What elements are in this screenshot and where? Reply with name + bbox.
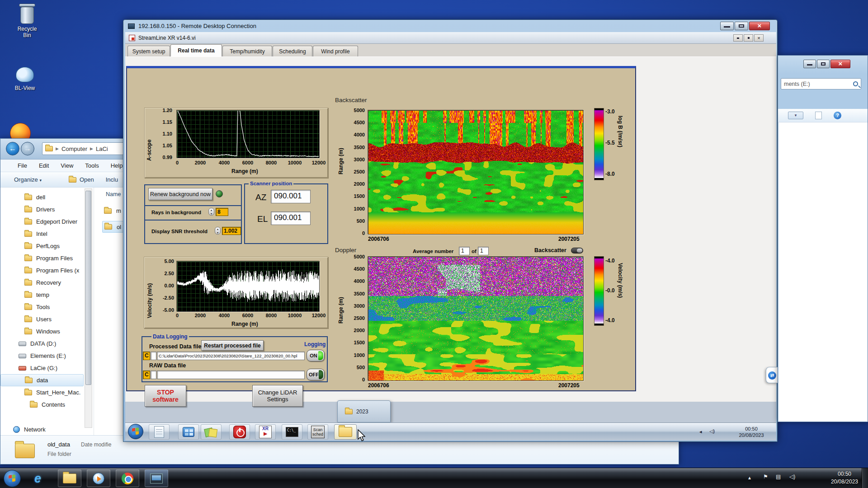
- change-lidar-settings-button[interactable]: Change LiDARSettings: [252, 385, 303, 407]
- taskbar-explorer-button[interactable]: [334, 424, 357, 440]
- breadcrumb-lacie[interactable]: LaCi: [96, 145, 108, 152]
- taskbar-explorer-button[interactable]: [58, 469, 81, 487]
- help-icon[interactable]: ?: [834, 112, 841, 119]
- rays-value-field[interactable]: 8: [216, 208, 228, 216]
- file-item[interactable]: m: [104, 207, 121, 214]
- taskbar-control-button[interactable]: [178, 424, 199, 440]
- backscatter-doppler-toggle[interactable]: [571, 248, 583, 253]
- sidebar-item-drivers[interactable]: Drivers: [0, 203, 84, 216]
- list-view-button[interactable]: ▾: [788, 112, 803, 119]
- action-center-flag-icon[interactable]: ⚑: [763, 474, 768, 480]
- include-in-library-button[interactable]: Inclu: [106, 176, 118, 183]
- tab-system-setup[interactable]: System setup: [127, 46, 170, 56]
- sidebar-item-contents[interactable]: Contents: [0, 399, 84, 411]
- sidebar-item-start-here-mac[interactable]: Start_Here_Mac.: [0, 386, 84, 399]
- menu-file[interactable]: File: [18, 162, 27, 169]
- menu-tools[interactable]: Tools: [85, 162, 99, 169]
- host-search-box[interactable]: ments (E:): [781, 78, 861, 89]
- folder-2023-window[interactable]: 2023: [337, 400, 391, 422]
- tray-expand-icon[interactable]: ◂: [699, 429, 702, 435]
- labview-restore-button[interactable]: [744, 34, 753, 42]
- close-button[interactable]: [749, 22, 770, 30]
- clock[interactable]: 00:5020/08/2023: [831, 470, 858, 486]
- sidebar-item-users[interactable]: Users: [0, 313, 84, 325]
- recycle-bin-icon[interactable]: Recycle Bin: [14, 4, 41, 38]
- of-count-field[interactable]: 1: [478, 247, 489, 255]
- el-value-field[interactable]: 090.001: [271, 211, 311, 225]
- tab-temp-humidity[interactable]: Temp/humidity: [222, 46, 272, 56]
- preview-pane-icon[interactable]: [815, 112, 822, 119]
- minimize-button[interactable]: [720, 22, 734, 30]
- processed-drive-selector[interactable]: C: [143, 352, 150, 360]
- raw-path-field[interactable]: [157, 371, 305, 379]
- sidebar-item-recovery[interactable]: Recovery: [0, 277, 84, 289]
- rays-stepper[interactable]: ▴▾: [208, 208, 214, 216]
- rdp-title-bar[interactable]: 192.168.0.150 - Remote Desktop Connectio…: [123, 20, 777, 32]
- menu-help[interactable]: Help: [111, 162, 123, 169]
- sidebar-item-dell[interactable]: dell: [0, 191, 84, 203]
- renew-background-button[interactable]: Renew background now: [148, 188, 212, 200]
- sidebar-item-windows[interactable]: Windows: [0, 325, 84, 338]
- sidebar-item-perflogs[interactable]: PerfLogs: [0, 240, 84, 252]
- processed-logging-switch[interactable]: ON: [307, 350, 325, 361]
- organize-button[interactable]: Organize ▾: [14, 176, 42, 183]
- host-maximize-button[interactable]: [817, 60, 830, 68]
- labview-minimize-button[interactable]: [733, 34, 743, 42]
- raw-logging-switch[interactable]: OFF: [307, 369, 325, 380]
- processed-path-field[interactable]: C:\Lidar\Data\Proc\2023\202308\20230820\…: [157, 352, 305, 360]
- sidebar-item-data-d[interactable]: DATA (D:): [0, 338, 84, 350]
- volume-icon[interactable]: ◁): [789, 474, 795, 480]
- sidebar-item-program-files[interactable]: Program Files: [0, 252, 84, 264]
- tab-scheduling[interactable]: Scheduling: [273, 46, 312, 56]
- taskbar-notepad-button[interactable]: [149, 424, 170, 440]
- taskbar-scan-sched-button[interactable]: Scansched: [307, 424, 328, 440]
- sidebar-item-network[interactable]: Network: [0, 423, 84, 435]
- taskbar-shutdown-button[interactable]: [229, 424, 250, 440]
- tree-scrollbar[interactable]: [85, 188, 92, 428]
- tab-wind-profile[interactable]: Wind profile: [313, 46, 358, 56]
- taskbar-sticky-notes-button[interactable]: [201, 424, 222, 440]
- start-button[interactable]: [4, 470, 21, 487]
- sidebar-item-elements-e[interactable]: Elements (E:): [0, 350, 84, 362]
- tree-scrollbar-thumb[interactable]: [85, 191, 91, 385]
- maximize-button[interactable]: [735, 22, 748, 30]
- remote-start-button[interactable]: [128, 424, 143, 439]
- sidebar-item-tools[interactable]: Tools: [0, 301, 84, 313]
- menu-edit[interactable]: Edit: [39, 162, 49, 169]
- menu-view[interactable]: View: [61, 162, 73, 169]
- sidebar-item-edgeport[interactable]: Edgeport Driver: [0, 216, 84, 228]
- teamviewer-side-tab[interactable]: ⇄: [766, 367, 778, 383]
- sidebar-item-lacie-g[interactable]: LaCie (G:): [0, 362, 84, 374]
- sidebar-item-temp[interactable]: temp: [0, 289, 84, 301]
- host-minimize-button[interactable]: [803, 60, 816, 68]
- path-browse-icon[interactable]: [151, 371, 156, 379]
- taskbar-chrome-button[interactable]: [116, 469, 139, 487]
- breadcrumb-computer[interactable]: Computer: [61, 145, 87, 152]
- taskbar-wmp-button[interactable]: [87, 469, 110, 487]
- sidebar-item-data-selected[interactable]: data: [0, 374, 84, 386]
- sidebar-item-intel[interactable]: Intel: [0, 228, 84, 240]
- remote-clock[interactable]: 00:5020/08/2023: [733, 426, 769, 438]
- taskbar-streamline-xr-button[interactable]: XR▶: [255, 424, 276, 440]
- tray-expand-icon[interactable]: ▴: [748, 474, 751, 481]
- show-desktop-button[interactable]: [862, 468, 868, 488]
- speaker-icon[interactable]: ◁): [709, 428, 715, 434]
- raw-drive-selector[interactable]: C: [143, 371, 150, 379]
- average-number-field[interactable]: 1: [459, 247, 470, 255]
- snr-stepper[interactable]: ▴▾: [215, 227, 221, 235]
- host-close-button[interactable]: [830, 60, 850, 68]
- sidebar-item-program-files-x86[interactable]: Program Files (x: [0, 264, 84, 277]
- taskbar-cmd-button[interactable]: C:\_: [282, 424, 302, 440]
- back-button[interactable]: ←: [6, 142, 19, 155]
- az-value-field[interactable]: 090.001: [271, 190, 311, 203]
- network-icon[interactable]: ▤: [776, 474, 781, 480]
- labview-close-button[interactable]: ×: [754, 34, 764, 42]
- stop-software-button[interactable]: STOPsoftware: [145, 385, 186, 407]
- open-button[interactable]: Open: [69, 176, 94, 183]
- path-browse-icon[interactable]: [151, 352, 156, 360]
- blview-icon[interactable]: BL-View: [11, 67, 38, 91]
- tab-real-time-data[interactable]: Real time data: [170, 44, 222, 56]
- column-header-name[interactable]: Name: [106, 191, 121, 197]
- taskbar-rdp-button[interactable]: [145, 469, 168, 487]
- labview-title-bar[interactable]: StreamLine XR v14-6.vi ×: [125, 32, 776, 44]
